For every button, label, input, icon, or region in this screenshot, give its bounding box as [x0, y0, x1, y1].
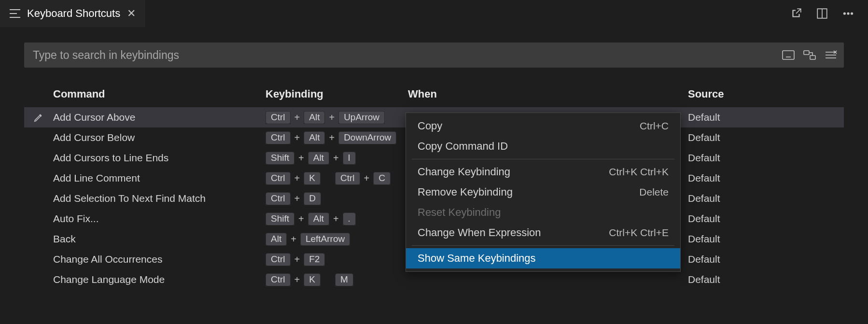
context-menu-item[interactable]: Change KeybindingCtrl+K Ctrl+K [406, 162, 680, 182]
keybinding-cell: Alt+LeftArrow [266, 233, 408, 246]
tab-keyboard-shortcuts[interactable]: Keyboard Shortcuts ✕ [0, 0, 145, 27]
context-menu-separator [412, 159, 674, 159]
more-actions-icon[interactable] [842, 7, 854, 20]
command-cell: Add Cursor Above [53, 112, 266, 123]
context-menu-item[interactable]: Show Same Keybindings [406, 248, 680, 268]
svg-point-3 [847, 13, 849, 14]
key-cap: Ctrl [266, 111, 291, 124]
key-cap: Shift [266, 152, 294, 165]
column-when[interactable]: When [408, 88, 688, 100]
source-cell: Default [688, 274, 844, 285]
key-cap: D [304, 192, 321, 205]
search-input[interactable] [24, 49, 782, 62]
close-icon[interactable]: ✕ [127, 8, 136, 19]
key-cap: Shift [266, 212, 294, 225]
key-cap: Alt [308, 152, 329, 165]
key-cap: K [304, 172, 321, 185]
command-cell: Add Selection To Next Find Match [53, 193, 266, 204]
keybinding-cell: Ctrl+KM [266, 273, 408, 286]
column-keybinding[interactable]: Keybinding [266, 88, 408, 100]
context-menu-shortcut: Ctrl+C [640, 120, 669, 132]
record-keys-icon[interactable] [782, 50, 795, 60]
context-menu: CopyCtrl+CCopy Command IDChange Keybindi… [406, 113, 681, 272]
keybinding-cell: Ctrl+F2 [266, 253, 408, 266]
key-cap: C [373, 172, 391, 185]
editor-actions [790, 0, 868, 27]
key-cap: Ctrl [335, 172, 360, 185]
key-cap: Ctrl [266, 192, 291, 205]
context-menu-label: Copy [418, 120, 442, 132]
key-cap: K [304, 273, 321, 286]
key-cap: Ctrl [266, 131, 291, 144]
source-cell: Default [688, 254, 844, 265]
key-cap: Alt [304, 111, 325, 124]
keybinding-cell: Ctrl+Alt+UpArrow [266, 111, 408, 124]
keybinding-cell: Ctrl+D [266, 192, 408, 205]
column-command[interactable]: Command [53, 88, 266, 100]
command-cell: Add Line Comment [53, 172, 266, 184]
svg-rect-11 [804, 51, 809, 55]
context-menu-separator [412, 245, 674, 246]
context-menu-item[interactable]: Change When ExpressionCtrl+K Ctrl+E [406, 223, 680, 243]
source-cell: Default [688, 172, 844, 184]
keyboard-shortcuts-icon [10, 9, 20, 18]
open-keybindings-json-icon[interactable] [790, 7, 802, 20]
key-cap: UpArrow [338, 111, 385, 124]
tab-title: Keyboard Shortcuts [27, 7, 120, 20]
context-menu-label: Reset Keybinding [418, 206, 501, 219]
command-cell: Auto Fix... [53, 213, 266, 225]
key-cap: Alt [304, 131, 325, 144]
key-cap: Ctrl [266, 172, 291, 185]
command-cell: Back [53, 233, 266, 245]
column-source[interactable]: Source [688, 88, 844, 100]
key-cap: M [335, 273, 353, 286]
context-menu-shortcut: Ctrl+K Ctrl+E [609, 227, 669, 239]
source-cell: Default [688, 112, 844, 123]
key-cap: I [343, 152, 356, 165]
context-menu-label: Show Same Keybindings [418, 252, 536, 265]
keybinding-cell: Ctrl+Alt+DownArrow [266, 131, 408, 144]
context-menu-label: Change When Expression [418, 226, 541, 239]
keybinding-cell: Shift+Alt+. [266, 212, 408, 225]
command-cell: Add Cursor Below [53, 132, 266, 143]
source-cell: Default [688, 193, 844, 204]
source-cell: Default [688, 233, 844, 245]
context-menu-label: Remove Keybinding [418, 186, 513, 198]
key-cap: . [343, 212, 356, 225]
context-menu-item[interactable]: Copy Command ID [406, 136, 680, 156]
svg-point-4 [851, 13, 853, 14]
command-cell: Add Cursors to Line Ends [53, 152, 266, 164]
search-bar [24, 42, 844, 68]
key-cap: LeftArrow [300, 233, 350, 246]
context-menu-item[interactable]: CopyCtrl+C [406, 116, 680, 136]
edit-keybinding-icon[interactable] [24, 112, 53, 123]
svg-rect-5 [783, 51, 794, 59]
context-menu-label: Copy Command ID [418, 140, 508, 153]
svg-point-2 [844, 13, 845, 14]
command-cell: Change Language Mode [53, 274, 266, 285]
table-row[interactable]: Change Language ModeCtrl+KMDefault [24, 269, 844, 290]
context-menu-shortcut: Delete [639, 186, 669, 198]
context-menu-label: Change Keybinding [418, 166, 510, 178]
key-cap: Ctrl [266, 253, 291, 266]
key-cap: F2 [304, 253, 325, 266]
keybinding-cell: Ctrl+KCtrl+C [266, 172, 408, 185]
context-menu-item: Reset Keybinding [406, 202, 680, 223]
source-cell: Default [688, 132, 844, 143]
sort-by-precedence-icon[interactable] [803, 50, 816, 60]
keybinding-cell: Shift+Alt+I [266, 152, 408, 165]
source-cell: Default [688, 213, 844, 225]
table-header: Command Keybinding When Source [24, 84, 844, 104]
source-cell: Default [688, 152, 844, 164]
clear-search-icon[interactable] [825, 50, 837, 60]
key-cap: DownArrow [338, 131, 396, 144]
key-cap: Alt [266, 233, 287, 246]
key-cap: Ctrl [266, 273, 291, 286]
context-menu-item[interactable]: Remove KeybindingDelete [406, 182, 680, 202]
key-cap: Alt [308, 212, 329, 225]
split-editor-icon[interactable] [816, 7, 828, 20]
context-menu-shortcut: Ctrl+K Ctrl+K [609, 166, 669, 178]
svg-rect-12 [810, 56, 815, 59]
titlebar: Keyboard Shortcuts ✕ [0, 0, 868, 27]
command-cell: Change All Occurrences [53, 254, 266, 265]
